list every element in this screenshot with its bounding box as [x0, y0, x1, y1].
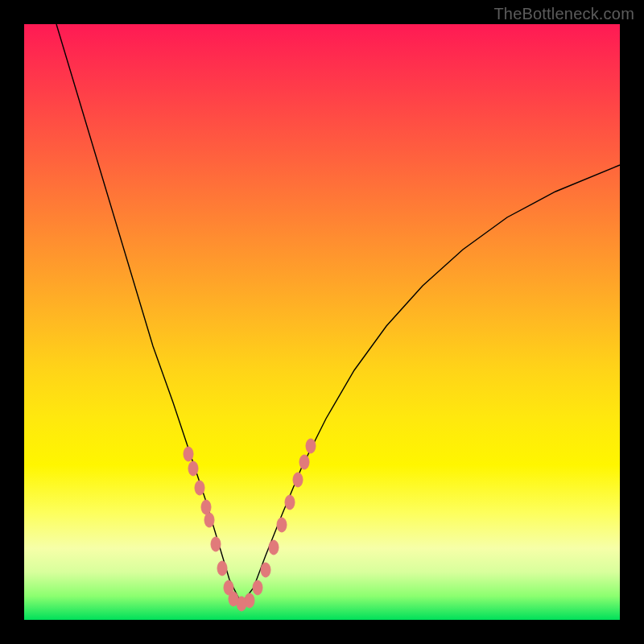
highlight-dot [277, 518, 287, 532]
chart-frame [24, 24, 620, 620]
highlight-dots-group [184, 439, 316, 611]
highlight-dot [261, 563, 270, 577]
highlight-dot [188, 461, 198, 476]
chart-svg [24, 24, 620, 620]
highlight-dot [184, 447, 193, 461]
highlight-dot [204, 513, 214, 527]
highlight-dot [299, 455, 309, 469]
highlight-dot [245, 593, 254, 608]
highlight-dot [195, 481, 204, 495]
bottleneck-curve [56, 24, 620, 604]
highlight-dot [306, 439, 316, 453]
highlight-dot [293, 473, 303, 487]
highlight-dot [201, 500, 211, 514]
highlight-dot [285, 495, 295, 510]
watermark-text: TheBottleneck.com [493, 5, 634, 23]
highlight-dot [253, 580, 262, 595]
highlight-dot [269, 540, 279, 555]
highlight-dot [217, 561, 227, 576]
highlight-dot [211, 537, 221, 551]
